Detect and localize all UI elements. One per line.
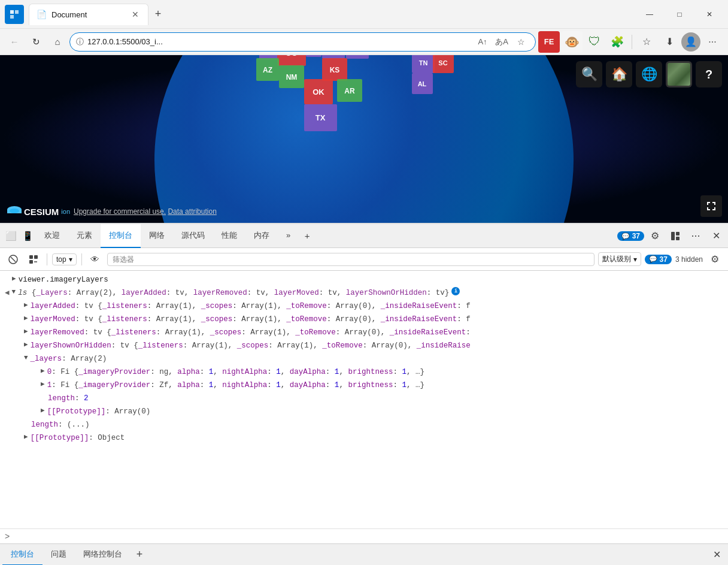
fe-extension-icon[interactable]: FE [538,31,560,53]
expand-arrow-proto1[interactable] [41,406,45,416]
devtools-tab-welcome[interactable]: 欢迎 [36,224,68,248]
usa-states-map: OR MT ID WY NV CA UT CO AZ NM [226,55,574,178]
cesium-upgrade-text: Upgrade for commercial use. Data attribu… [74,207,217,216]
svg-rect-69 [671,232,675,240]
devtools-dock-button[interactable] [666,226,685,246]
expand-arrow-layeradded[interactable] [24,300,28,311]
cesium-home-button[interactable]: 🏠 [606,61,632,87]
console-text-length2: length: (...) [31,419,90,431]
svg-rect-74 [29,255,33,259]
console-error-badge: 💬 37 [617,231,644,241]
expand-arrow-layerremoved[interactable] [24,327,28,337]
console-line-length1[interactable]: length: 2 [0,392,728,405]
svg-rect-0 [10,10,14,14]
eye-filter-button[interactable]: 👁 [87,251,104,268]
svg-text:UT: UT [264,55,272,56]
bottom-tab-issues[interactable]: 问题 [43,544,75,566]
devtools-more-button[interactable]: ··· [686,226,705,246]
favorites-icon[interactable]: ☆ [512,34,529,50]
clear-console-button[interactable] [5,251,22,268]
console-line-proto1[interactable]: [[Prototype]]: Array(0) [0,405,728,418]
devtools-tab-more[interactable]: » [278,224,299,248]
devtools-inspect-button[interactable]: ⬜ [2,228,19,244]
read-aloud-icon[interactable]: A↑ [474,34,491,50]
devtools-right-icons: 💬 37 ⚙ ··· ✕ [617,226,726,246]
console-line-layers[interactable]: _layers: Array(2) [0,352,728,365]
navigate-up-button[interactable] [25,251,42,268]
new-tab-button[interactable]: + [148,5,168,24]
bottom-close-button[interactable]: ✕ [708,546,726,564]
cesium-globe-button[interactable]: 🌐 [636,61,662,87]
active-tab[interactable]: 📄 Document ✕ [29,4,148,25]
console-line-layer1[interactable]: 1: Fi {_imageryProvider: Zf, alpha: 1, n… [0,379,728,392]
svg-text:AZ: AZ [263,66,272,74]
home-button[interactable]: ⌂ [48,32,67,52]
console-line-layerremoved[interactable]: layerRemoved: tv {_listeners: Array(1), … [0,326,728,339]
devtools-tab-network[interactable]: 网络 [141,224,173,248]
cesium-expand-button[interactable] [700,195,722,217]
devtools-add-panel-button[interactable]: + [299,228,316,244]
svg-text:TN: TN [419,59,428,67]
profile-button[interactable]: 👤 [681,32,700,52]
log-level-selector[interactable]: 默认级别 ▾ [598,252,641,266]
upgrade-link[interactable]: Upgrade for commercial use. [74,207,166,216]
bottom-add-tab-button[interactable]: + [131,546,148,564]
devtools-settings-button[interactable]: ⚙ [645,226,665,246]
console-line-root[interactable]: viewer.imageryLayers [0,273,728,286]
minimize-button[interactable]: — [636,5,663,24]
devtools-close-button[interactable]: ✕ [706,226,726,246]
console-line-layermoved[interactable]: layerMoved: tv {_listeners: Array(1), _s… [0,313,728,326]
devtools-tab-memory[interactable]: 内存 [245,224,278,248]
expand-arrow-layer0[interactable] [41,366,45,377]
extensions-button[interactable]: 🧩 [606,31,628,53]
maximize-button[interactable]: □ [666,5,693,24]
back-button[interactable]: ← [5,32,24,52]
console-input-field[interactable] [13,532,723,540]
console-settings-button[interactable]: ⚙ [706,251,723,268]
expand-arrow-layermoved[interactable] [24,313,28,324]
cesium-search-button[interactable]: 🔍 [576,61,602,87]
translate-icon[interactable]: あA [493,34,510,50]
cesium-help-button[interactable]: ? [696,61,722,87]
devtools-tab-performance[interactable]: 性能 [213,224,245,248]
tab-close-button[interactable]: ✕ [130,9,141,20]
svg-text:AL: AL [418,80,427,87]
shield-extension-icon[interactable]: 🛡 [584,31,605,53]
monkey-extension-icon[interactable]: 🐵 [561,31,583,53]
browser-icon [5,5,24,24]
favorites-button[interactable]: ☆ [636,31,657,53]
down-arrow-ls[interactable]: ▼ [12,287,16,298]
console-line-layershown[interactable]: layerShownOrHidden: tv {_listeners: Arra… [0,339,728,352]
cesium-imagery-button[interactable] [666,61,692,87]
toolbar-icons: FE 🐵 🛡 🧩 ☆ ⬇ 👤 ··· [538,31,723,53]
console-line-proto2[interactable]: [[Prototype]]: Object [0,431,728,445]
console-line-ls[interactable]: ◀ ▼ ls {_Layers: Array(2), layerAdded: t… [0,286,728,300]
console-line-length2[interactable]: length: (...) [0,418,728,431]
devtools-tab-console[interactable]: 控制台 [101,224,141,248]
address-input-wrap[interactable]: ⓘ 127.0.0.1:5500/03_i... A↑ あA ☆ [69,32,536,52]
context-selector[interactable]: top ▾ [52,253,77,265]
expand-arrow-layers[interactable] [24,353,28,364]
close-button[interactable]: ✕ [696,5,723,24]
bottom-tab-network-console[interactable]: 网络控制台 [75,544,131,566]
devtools-tab-sources[interactable]: 源代码 [173,224,213,248]
expand-arrow-proto2[interactable] [24,432,28,443]
cesium-viewport: OR MT ID WY NV CA UT CO AZ NM [0,55,728,223]
expand-arrow-layershown[interactable] [24,340,28,351]
console-filter-input[interactable] [107,253,594,266]
console-line-layeradded[interactable]: layerAdded: tv {_listeners: Array(1), _s… [0,300,728,313]
expand-arrow-root[interactable] [12,274,16,285]
refresh-button[interactable]: ↻ [26,32,46,52]
expand-arrow-layer1[interactable] [41,379,45,390]
bottom-tab-console[interactable]: 控制台 [2,544,43,566]
svg-text:AR: AR [344,87,355,95]
settings-button[interactable]: ··· [702,31,723,53]
devtools-tab-elements[interactable]: 元素 [68,224,101,248]
browser-frame: 📄 Document ✕ + — □ ✕ ← ↻ ⌂ ⓘ 127.0.0.1:5… [0,0,728,565]
svg-rect-2 [10,15,14,19]
download-button[interactable]: ⬇ [659,31,680,53]
console-line-layer0[interactable]: 0: Fi {_imageryProvider: ng, alpha: 1, n… [0,365,728,379]
context-label: top [56,255,66,264]
data-attribution-link[interactable]: Data attribution [168,207,216,216]
devtools-mobile-button[interactable]: 📱 [19,228,36,244]
